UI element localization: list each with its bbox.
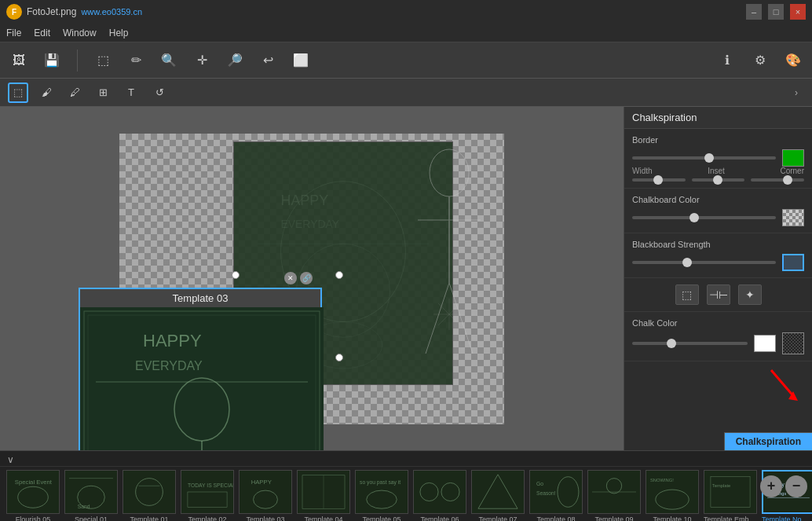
effects-icon[interactable]: 🎨 — [782, 50, 804, 72]
chalkboard-thumb[interactable] — [689, 213, 699, 222]
inset-slider[interactable] — [692, 178, 745, 182]
chalkboard-slider[interactable] — [632, 216, 776, 219]
canvas-area[interactable]: HAPPY EVERYDAY ✕ 🔗 — [0, 107, 624, 450]
brush-tool-icon[interactable]: 🖌 — [36, 83, 57, 103]
effect-btn[interactable]: ✦ — [738, 284, 762, 305]
handle-mr[interactable] — [335, 354, 343, 361]
app-logo: F — [6, 4, 22, 20]
chalk-color-thumb[interactable] — [667, 339, 676, 348]
undo-icon[interactable]: ↺ — [149, 83, 170, 103]
svg-text:TODAY IS SPECIAL: TODAY IS SPECIAL — [188, 482, 233, 488]
select-tool-icon[interactable]: ⬚ — [8, 83, 28, 103]
svg-line-10 — [426, 283, 449, 354]
open-icon[interactable]: 🖼 — [8, 50, 30, 72]
svg-text:HAPPY: HAPPY — [143, 331, 202, 350]
crop-icon[interactable]: ⬚ — [92, 50, 114, 72]
strip-item-template05[interactable]: so you past say it Template 05 — [353, 470, 410, 521]
blackboard-strength-swatch[interactable] — [782, 254, 804, 271]
text-icon[interactable]: T — [121, 83, 141, 103]
menu-window[interactable]: Window — [63, 28, 97, 39]
link-icon[interactable]: 🔗 — [300, 272, 313, 284]
strip-item-template08[interactable]: GoSeason! Template 08 — [528, 470, 584, 521]
strip-thumb-template01 — [123, 470, 176, 514]
strip-item-template06[interactable]: Template 06 — [411, 470, 468, 521]
svg-line-11 — [449, 283, 473, 354]
popup-image: HAPPY EVERYDAY — [80, 307, 324, 450]
subtoolbar-expand-icon[interactable]: › — [788, 85, 804, 101]
add-layer-icon[interactable]: ⊞ — [93, 83, 113, 103]
info-icon[interactable]: ℹ — [716, 50, 738, 72]
strip-item-template09[interactable]: Template 09 — [586, 470, 642, 521]
strip-scroll[interactable]: Special Event Flourish 05 Sand Special 0… — [0, 467, 812, 521]
strip-thumb-template10: SNOWING! — [646, 470, 699, 514]
chalk-white-swatch[interactable] — [754, 335, 776, 352]
width-thumb[interactable] — [653, 175, 663, 185]
template-preview-popup: Template 03 HAPPY EVERYDAY — [79, 288, 322, 450]
frame-style-btn[interactable]: ⬚ — [675, 284, 699, 305]
frame-icon[interactable]: ⬜ — [290, 50, 312, 72]
border-slider[interactable] — [632, 156, 776, 160]
border-color-swatch[interactable] — [782, 149, 804, 167]
strip-item-flourish05[interactable]: Special Event Flourish 05 — [5, 470, 61, 521]
chalk-color-slider[interactable] — [632, 342, 748, 345]
inset-thumb[interactable] — [713, 175, 722, 185]
blackboard-slider[interactable] — [632, 261, 776, 264]
popup-title: Template 03 — [80, 289, 320, 307]
add-template-button[interactable]: + — [760, 475, 782, 497]
svg-text:EVERYDAY: EVERYDAY — [135, 359, 203, 372]
remove-template-button[interactable]: − — [785, 475, 807, 497]
chalk-color-section: Chalk Color — [624, 312, 812, 361]
border-slider-thumb[interactable] — [704, 153, 714, 163]
strip-item-template07[interactable]: Template 07 — [470, 470, 526, 521]
strip-thumb-template02: TODAY IS SPECIAL — [181, 470, 234, 514]
panel-red-arrow — [763, 366, 803, 405]
width-slider[interactable] — [632, 178, 686, 182]
toolbar-separator — [77, 50, 78, 72]
chalk-color-slider-row — [632, 332, 804, 354]
strip-collapse-icon[interactable]: ∨ — [3, 453, 17, 467]
svg-rect-40 — [123, 471, 175, 513]
close-button[interactable]: × — [790, 4, 806, 20]
strip-item-special01[interactable]: Sand Special 01 — [63, 470, 119, 521]
strip-thumb-template04 — [297, 470, 350, 514]
corner-thumb[interactable] — [783, 175, 792, 185]
strip-label: Template 04 — [297, 515, 350, 521]
flip-btn[interactable]: ⊣⊢ — [707, 284, 730, 305]
rotate-icon[interactable]: ↩ — [257, 50, 279, 72]
title-left: F FotoJet.png www.eo0359.cn — [6, 4, 142, 20]
strip-label: Template 01 — [123, 515, 176, 521]
maximize-button[interactable]: □ — [768, 4, 784, 20]
zoom-out-icon[interactable]: 🔎 — [224, 50, 246, 72]
window-controls: – □ × — [746, 4, 806, 20]
menu-help[interactable]: Help — [109, 28, 129, 39]
menu-file[interactable]: File — [6, 28, 21, 39]
lasso-tool-icon[interactable]: 🖊 — [64, 83, 85, 103]
chalkspiration-tab[interactable]: Chalkspiration — [724, 432, 812, 450]
strip-item-template04[interactable]: Template 04 — [295, 470, 352, 521]
blackboard-thumb[interactable] — [682, 258, 692, 267]
deselect-icon[interactable]: ✕ — [284, 272, 297, 284]
chalkboard-color-swatch[interactable] — [782, 209, 804, 226]
watermark-url: www.eo0359.cn — [81, 7, 142, 17]
zoom-in-icon[interactable]: 🔍 — [158, 50, 180, 72]
menu-edit[interactable]: Edit — [34, 28, 50, 39]
move-icon[interactable]: ✛ — [191, 50, 213, 72]
svg-rect-16 — [80, 307, 324, 450]
handle-tl[interactable] — [232, 271, 240, 279]
handle-tr[interactable] — [335, 271, 343, 279]
svg-text:HAPPY: HAPPY — [281, 192, 329, 207]
corner-slider[interactable] — [751, 178, 804, 182]
strip-item-template01[interactable]: Template 01 — [121, 470, 177, 521]
strip-item-template03[interactable]: HAPPY Template 03 — [237, 470, 294, 521]
strip-item-template10[interactable]: SNOWING! Template 10 — [644, 470, 700, 521]
subtoolbar: ⬚ 🖌 🖊 ⊞ T ↺ › — [0, 79, 812, 107]
save-icon[interactable]: 💾 — [41, 50, 63, 72]
strip-item-template02[interactable]: TODAY IS SPECIAL Template 02 — [179, 470, 236, 521]
chalk-qr-swatch[interactable] — [782, 332, 804, 354]
strip-item-template-embed[interactable]: Template Template Embed Art — [702, 470, 759, 521]
strip-label: Template 06 — [413, 515, 466, 521]
pen-icon[interactable]: ✏ — [125, 50, 147, 72]
minimize-button[interactable]: – — [746, 4, 762, 20]
settings-icon[interactable]: ⚙ — [749, 50, 771, 72]
blackboard-strength-section: Blackboard Strength — [624, 233, 812, 278]
